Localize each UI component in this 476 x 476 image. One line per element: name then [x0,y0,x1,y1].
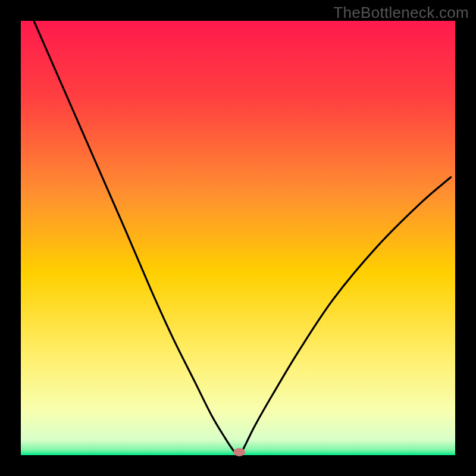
bottleneck-chart [0,0,476,476]
optimal-point-marker [233,448,245,456]
plot-background [21,21,455,455]
chart-frame: TheBottleneck.com [0,0,476,476]
